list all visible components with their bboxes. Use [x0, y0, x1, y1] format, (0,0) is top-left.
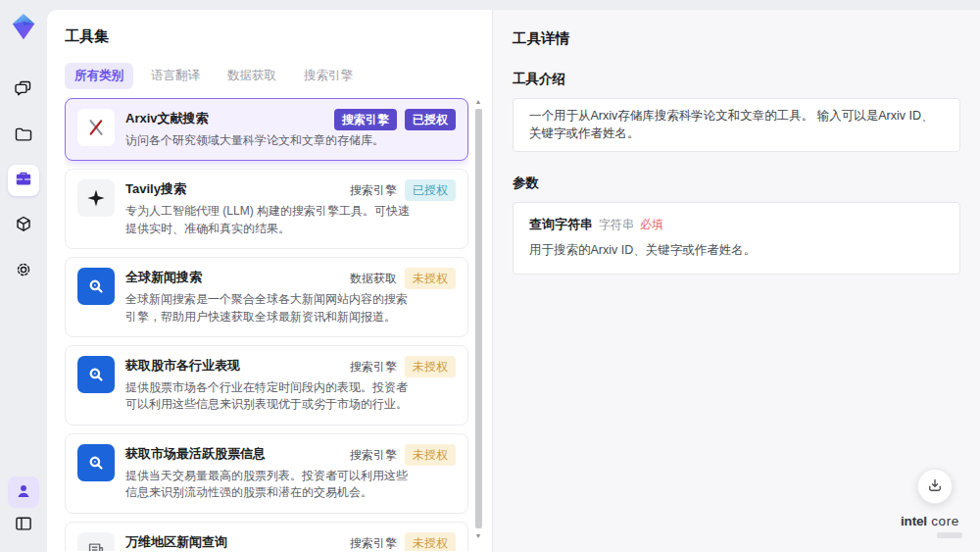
app-logo-icon — [9, 12, 38, 41]
newspaper-icon — [77, 532, 115, 551]
category-tab-0[interactable]: 所有类别 — [65, 63, 133, 89]
tool-card[interactable]: 获取股市各行业表现 提供股票市场各个行业在特定时间段内的表现。投资者可以利用这些… — [65, 345, 468, 426]
arxiv-icon — [77, 109, 115, 146]
category-badge: 搜索引擎 — [350, 532, 397, 551]
auth-status-badge: 未授权 — [405, 268, 456, 289]
detail-title: 工具详情 — [513, 29, 960, 48]
sidebar-item-chat[interactable] — [8, 75, 39, 106]
tavily-icon — [77, 179, 115, 217]
tool-list-pane: 工具集 所有类别语言翻译数据获取搜索引擎 Arxiv文献搜索 访问各个研究领域大… — [47, 10, 492, 552]
category-tab-1[interactable]: 语言翻译 — [141, 63, 210, 89]
sidebar-item-panel-toggle[interactable] — [8, 509, 39, 540]
panel-icon — [14, 514, 33, 536]
toolbox-icon — [14, 170, 33, 192]
gear-icon — [14, 260, 33, 282]
params-box: 查询字符串 字符串 必填 用于搜索的Arxiv ID、关键字或作者姓名。 — [513, 202, 960, 275]
tool-card[interactable]: 获取市场最活跃股票信息 提供当天交易量最高的股票列表。投资者可以利用这些信息来识… — [65, 433, 468, 514]
sidebar-item-account[interactable] — [8, 477, 39, 508]
folder-icon — [14, 125, 33, 147]
intel-sub-mark — [937, 532, 962, 538]
sidebar — [0, 0, 47, 552]
scroll-up-icon[interactable]: ▲ — [475, 97, 482, 106]
category-badge: 搜索引擎 — [350, 179, 397, 201]
tool-description: 全球新闻搜索是一个聚合全球各大新闻网站内容的搜索引擎，帮助用户快速获取全球最新资… — [125, 291, 412, 326]
sidebar-item-tools[interactable] — [8, 165, 39, 196]
tool-description: 访问各个研究领域大量科学论文和文章的存储库。 — [125, 132, 384, 149]
param-required-flag: 必填 — [640, 217, 663, 233]
sidebar-item-models[interactable] — [8, 210, 39, 241]
user-icon — [14, 481, 33, 504]
category-tab-3[interactable]: 搜索引擎 — [294, 63, 363, 89]
tool-detail-pane: 工具详情 工具介绍 一个用于从Arxiv存储库搜索科学论文和文章的工具。 输入可… — [492, 10, 980, 552]
auth-status-badge: 已授权 — [405, 109, 456, 130]
category-tabs: 所有类别语言翻译数据获取搜索引擎 — [65, 63, 492, 89]
category-badge: 搜索引擎 — [350, 444, 397, 466]
tool-card[interactable]: Arxiv文献搜索 访问各个研究领域大量科学论文和文章的存储库。 搜索引擎 已授… — [65, 98, 468, 161]
app-window: 工具集 所有类别语言翻译数据获取搜索引擎 Arxiv文献搜索 访问各个研究领域大… — [0, 0, 980, 552]
tool-card[interactable]: Tavily搜索 专为人工智能代理 (LLM) 构建的搜索引擎工具。可快速提供实… — [65, 169, 468, 249]
tool-list: Arxiv文献搜索 访问各个研究领域大量科学论文和文章的存储库。 搜索引擎 已授… — [65, 98, 468, 551]
main-surface: 工具集 所有类别语言翻译数据获取搜索引擎 Arxiv文献搜索 访问各个研究领域大… — [47, 10, 980, 552]
page-title: 工具集 — [65, 27, 492, 46]
intel-core-logo: intel core — [894, 512, 966, 538]
chat-icon — [14, 79, 33, 102]
sidebar-item-settings[interactable] — [8, 255, 39, 286]
intro-text: 一个用于从Arxiv存储库搜索科学论文和文章的工具。 输入可以是Arxiv ID… — [529, 108, 944, 142]
brand-word-core: core — [931, 514, 959, 528]
intro-box: 一个用于从Arxiv存储库搜索科学论文和文章的工具。 输入可以是Arxiv ID… — [513, 98, 960, 152]
cube-icon — [14, 215, 33, 237]
news-search-icon — [77, 356, 115, 393]
download-icon — [926, 477, 944, 497]
category-badge: 搜索引擎 — [334, 109, 397, 130]
scrollbar-thumb[interactable] — [475, 109, 482, 528]
category-tab-2[interactable]: 数据获取 — [218, 63, 286, 89]
news-search-icon — [77, 268, 115, 305]
params-heading: 参数 — [513, 175, 960, 192]
auth-status-badge: 未授权 — [405, 532, 456, 551]
param-item: 查询字符串 字符串 必填 用于搜索的Arxiv ID、关键字或作者姓名。 — [529, 216, 944, 259]
brand-word-intel: intel — [901, 514, 927, 528]
auth-status-badge: 未授权 — [405, 444, 456, 466]
category-badge: 搜索引擎 — [350, 356, 397, 377]
intro-heading: 工具介绍 — [513, 71, 960, 88]
param-type: 字符串 — [599, 217, 634, 233]
tool-card[interactable]: 全球新闻搜索 全球新闻搜索是一个聚合全球各大新闻网站内容的搜索引擎，帮助用户快速… — [65, 257, 468, 337]
sidebar-item-files[interactable] — [8, 120, 39, 151]
auth-status-badge: 未授权 — [405, 356, 456, 377]
tool-description: 提供当天交易量最高的股票列表。投资者可以利用这些信息来识别流动性强的股票和潜在的… — [125, 468, 412, 502]
scroll-down-icon[interactable]: ▼ — [475, 531, 482, 540]
news-search-icon — [77, 444, 115, 481]
tool-card[interactable]: 万维地区新闻查询 查询具体行政区划内的新闻，快速了解各地新闻动 搜索引擎 未授权 — [65, 522, 468, 551]
auth-status-badge: 已授权 — [405, 179, 456, 201]
download-button[interactable] — [917, 469, 953, 504]
param-name: 查询字符串 — [529, 216, 593, 233]
tool-description: 专为人工智能代理 (LLM) 构建的搜索引擎工具。可快速提供实时、准确和真实的结… — [125, 203, 412, 237]
param-description: 用于搜索的Arxiv ID、关键字或作者姓名。 — [529, 242, 944, 259]
tool-description: 提供股票市场各个行业在特定时间段内的表现。投资者可以利用这些信息来识别表现优于或… — [125, 379, 412, 414]
category-badge: 数据获取 — [350, 268, 397, 289]
tool-title: 万维地区新闻查询 — [125, 533, 384, 551]
list-scrollbar[interactable]: ▲ ▼ — [473, 97, 483, 540]
